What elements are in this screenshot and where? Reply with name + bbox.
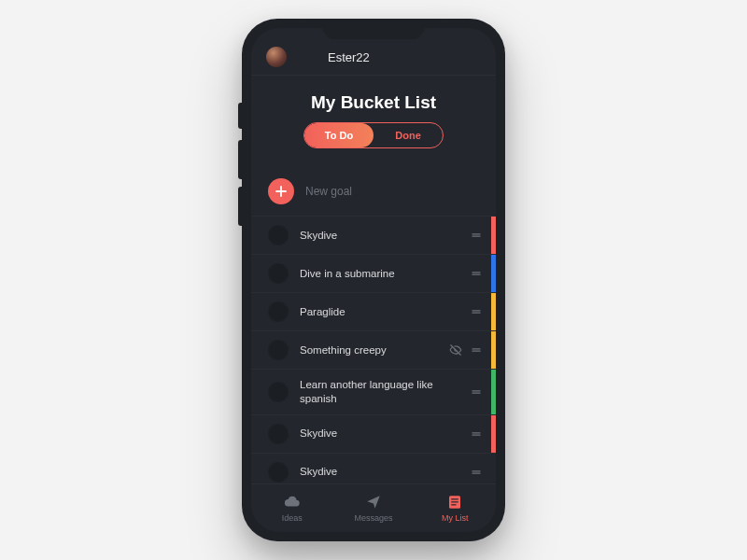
drag-handle-icon[interactable] <box>470 343 483 357</box>
item-label: Dive in a submarine <box>300 267 470 281</box>
row-actions <box>449 343 483 357</box>
screen: Ester22 My Bucket List To Do Done New go… <box>251 28 496 532</box>
drag-handle-icon[interactable] <box>470 385 483 399</box>
checkbox[interactable] <box>268 340 289 360</box>
goal-list: SkydiveDive in a submarineParaglideSomet… <box>251 216 496 483</box>
drag-handle-icon[interactable] <box>470 229 483 242</box>
list-item[interactable]: Skydive <box>251 414 496 453</box>
cloud-icon <box>284 494 301 511</box>
item-label: Skydive <box>300 427 470 441</box>
tab-ideas[interactable]: Ideas <box>251 484 332 532</box>
category-color <box>491 331 496 369</box>
category-color <box>491 255 496 292</box>
checkbox[interactable] <box>268 424 289 444</box>
item-label: Something creepy <box>300 343 449 357</box>
side-button <box>238 187 242 226</box>
row-actions <box>470 385 483 399</box>
tab-bar: Ideas Messages My List <box>251 483 496 532</box>
new-goal-row: New goal <box>251 173 496 216</box>
item-label: Paraglide <box>300 305 470 319</box>
avatar[interactable] <box>266 47 287 67</box>
checkbox[interactable] <box>268 382 289 402</box>
checkbox[interactable] <box>268 263 289 284</box>
list-item[interactable]: Skydive <box>251 453 496 483</box>
title-block: My Bucket List To Do Done <box>251 76 496 173</box>
list-item[interactable]: Learn another language like spanish <box>251 369 496 414</box>
row-actions <box>470 229 483 242</box>
tab-label: Messages <box>354 513 392 523</box>
row-actions <box>470 427 483 441</box>
svg-rect-16 <box>452 501 459 502</box>
list-item[interactable]: Something creepy <box>251 330 496 369</box>
tab-label: My List <box>442 513 469 523</box>
category-color <box>491 415 496 453</box>
row-actions <box>470 305 483 318</box>
page-title: My Bucket List <box>251 92 496 113</box>
tab-todo[interactable]: To Do <box>304 123 374 147</box>
paper-plane-icon <box>365 494 382 511</box>
category-color <box>491 217 496 254</box>
tab-label: Ideas <box>282 513 303 523</box>
side-button <box>238 103 242 129</box>
tab-messages[interactable]: Messages <box>332 484 414 532</box>
drag-handle-icon[interactable] <box>470 466 483 479</box>
username: Ester22 <box>328 50 370 64</box>
drag-handle-icon[interactable] <box>470 427 483 441</box>
tab-done[interactable]: Done <box>374 123 443 147</box>
new-goal-placeholder[interactable]: New goal <box>305 185 352 198</box>
checkbox[interactable] <box>268 462 289 483</box>
item-label: Skydive <box>300 229 470 243</box>
svg-rect-17 <box>452 504 457 505</box>
plus-icon <box>275 186 287 197</box>
phone-frame: Ester22 My Bucket List To Do Done New go… <box>242 19 505 541</box>
category-color <box>491 370 496 414</box>
checkbox[interactable] <box>268 225 289 245</box>
list-item[interactable]: Paraglide <box>251 292 496 330</box>
item-label: Skydive <box>300 465 470 479</box>
list-item[interactable]: Skydive <box>251 216 496 254</box>
header: Ester22 <box>251 28 496 76</box>
category-color <box>491 293 496 330</box>
hidden-icon <box>449 343 462 357</box>
row-actions <box>470 466 483 479</box>
list-icon <box>446 494 463 511</box>
item-label: Learn another language like spanish <box>300 378 470 406</box>
list-item[interactable]: Dive in a submarine <box>251 254 496 292</box>
drag-handle-icon[interactable] <box>470 305 483 318</box>
tab-mylist[interactable]: My List <box>415 484 496 532</box>
checkbox[interactable] <box>268 301 289 322</box>
add-goal-button[interactable] <box>268 178 294 204</box>
drag-handle-icon[interactable] <box>470 267 483 280</box>
row-actions <box>470 267 483 280</box>
svg-rect-15 <box>452 498 459 499</box>
segmented-control: To Do Done <box>303 122 444 148</box>
side-button <box>238 140 242 179</box>
